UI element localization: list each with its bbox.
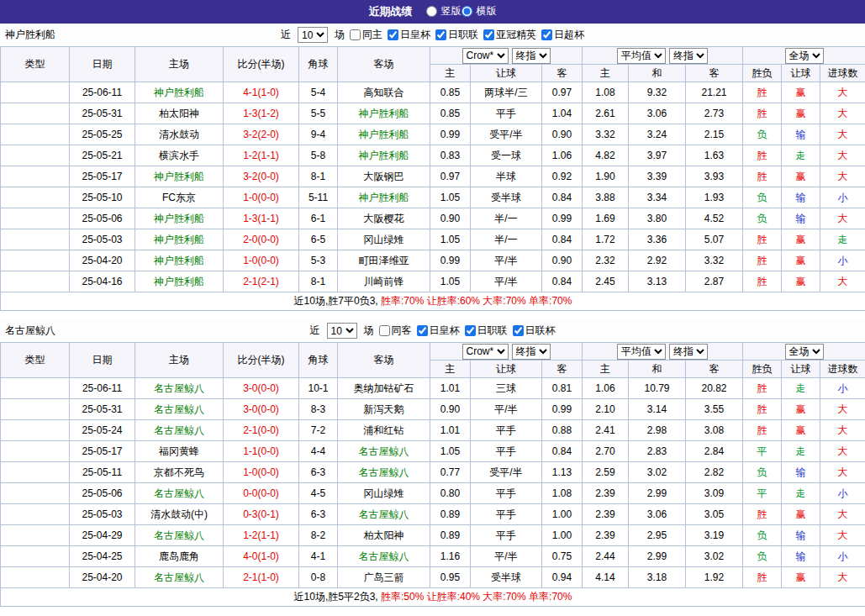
corner-cell: 6-3: [299, 462, 338, 483]
column-header: 比分(半场): [224, 343, 299, 378]
match-result-cell: 平: [743, 441, 782, 462]
filter-checkbox-input[interactable]: [350, 29, 361, 40]
layout-option[interactable]: 横版: [462, 4, 497, 18]
handicap-result-cell: 输: [782, 525, 820, 546]
filter-checkbox-input[interactable]: [513, 325, 524, 336]
filter-checkbox[interactable]: 日联杯: [513, 324, 556, 338]
corner-cell: 5-3: [299, 250, 338, 271]
handicap-cell: 半/一: [471, 208, 542, 229]
handicap-result-cell: 输: [782, 124, 820, 145]
handicap-cell: 平手: [471, 103, 542, 124]
odds-group-header: 平均值终指: [583, 47, 743, 65]
handicap-result-cell: 赢: [782, 271, 820, 292]
away-team-cell: 神户胜利船: [338, 187, 430, 208]
filter-checkbox-input[interactable]: [465, 325, 476, 336]
column-header: 比分(半场): [224, 47, 299, 82]
avg-away-cell: 2.73: [686, 103, 743, 124]
score-cell: 1-0(0-0): [224, 462, 299, 483]
home-team-cell: 鹿岛鹿角: [135, 546, 224, 567]
goals-result-cell: 大: [820, 208, 865, 229]
header-row-groups: 类型日期主场比分(半场)角球客场Crow*终指平均值终指全场: [1, 343, 865, 361]
home-team-cell: 名古屋鲸八: [135, 567, 224, 588]
filter-checkbox-input[interactable]: [541, 29, 552, 40]
final-index-select[interactable]: 终指: [512, 344, 551, 360]
filter-checkbox-input[interactable]: [379, 325, 390, 336]
full-match-select[interactable]: 全场: [785, 344, 824, 360]
recent-count-select[interactable]: 10: [327, 323, 357, 339]
odds-group-header: 全场: [743, 343, 865, 361]
handicap-result-cell: 走: [782, 378, 820, 399]
date-cell: 25-05-03: [70, 504, 135, 525]
competition-cell: 日职联: [1, 420, 70, 441]
filter-checkbox-input[interactable]: [483, 29, 494, 40]
handicap-result-cell: 走: [782, 483, 820, 504]
layout-option[interactable]: 竖版: [426, 4, 462, 18]
filter-checkbox[interactable]: 同主: [350, 28, 382, 42]
score-cell: 4-1(1-0): [224, 82, 299, 103]
corner-cell: 4-1: [299, 546, 338, 567]
sub-column-header: 让球: [471, 65, 542, 82]
summary-stats: 胜率:50% 让胜率:40% 大率:70% 单率:70%: [381, 591, 572, 603]
crow-company-select[interactable]: Crow*: [462, 344, 509, 360]
avg-home-cell: 2.44: [583, 546, 629, 567]
filter-checkbox-input[interactable]: [417, 325, 428, 336]
table-row: 日职联25-05-11京都不死鸟1-0(0-0)6-3名古屋鲸八0.77受平/半…: [1, 462, 865, 483]
avg-draw-cell: 3.24: [629, 124, 686, 145]
score-cell: 1-3(1-1): [224, 208, 299, 229]
filter-checkbox[interactable]: 日超杯: [541, 28, 584, 42]
handicap-result-cell: 赢: [782, 103, 820, 124]
sub-column-header: 胜负: [743, 361, 782, 378]
table-head: 类型日期主场比分(半场)角球客场Crow*终指平均值终指全场主让球客主和客胜负让…: [1, 47, 865, 82]
date-cell: 25-04-20: [70, 567, 135, 588]
date-cell: 25-05-21: [70, 145, 135, 166]
odds-away-cell: 0.84: [542, 187, 583, 208]
away-team-cell: 町田泽维亚: [338, 250, 430, 271]
filter-checkbox[interactable]: 日职联: [465, 324, 508, 338]
full-match-select[interactable]: 全场: [785, 48, 824, 64]
average-odds-select[interactable]: 平均值: [617, 48, 666, 64]
table-row: 日职联25-04-16神户胜利船2-1(2-1)8-1川崎前锋1.05平/半0.…: [1, 271, 865, 292]
filter-checkbox[interactable]: 日皇杯: [388, 28, 430, 42]
games-label: 场: [335, 28, 345, 42]
layout-radio[interactable]: [426, 6, 437, 17]
filter-checkbox[interactable]: 日职联: [435, 28, 478, 42]
layout-radio[interactable]: [462, 6, 472, 17]
avg-home-cell: 4.82: [583, 145, 629, 166]
crow-company-select[interactable]: Crow*: [462, 48, 509, 64]
avg-away-cell: 3.55: [686, 399, 743, 420]
games-label: 场: [364, 324, 374, 338]
recent-label: 近: [310, 324, 320, 338]
competition-cell: 日职联: [1, 399, 70, 420]
avg-home-cell: 3.32: [583, 124, 629, 145]
final-index-select[interactable]: 终指: [669, 48, 708, 64]
handicap-cell: 两球半/三: [471, 82, 542, 103]
recent-label: 近: [281, 28, 291, 42]
odds-home-cell: 1.05: [430, 441, 471, 462]
odds-home-cell: 0.99: [430, 250, 471, 271]
recent-count-select[interactable]: 10: [298, 27, 328, 43]
home-team-cell: 横滨水手: [135, 145, 224, 166]
filter-checkbox[interactable]: 同客: [379, 324, 412, 338]
summary-cell: 近10场,胜5平2负3, 胜率:50% 让胜率:40% 大率:70% 单率:70…: [1, 588, 865, 607]
final-index-select[interactable]: 终指: [512, 48, 551, 64]
avg-home-cell: 1.69: [583, 208, 629, 229]
filter-checkbox-input[interactable]: [435, 29, 446, 40]
sub-column-header: 让球: [471, 361, 542, 378]
odds-away-cell: 0.84: [542, 229, 583, 250]
filter-checkbox[interactable]: 日皇杯: [417, 324, 460, 338]
away-team-cell: 大阪樱花: [338, 208, 430, 229]
table-head: 类型日期主场比分(半场)角球客场Crow*终指平均值终指全场主让球客主和客胜负让…: [1, 343, 865, 378]
corner-cell: 0-8: [299, 567, 338, 588]
filter-checkbox[interactable]: 亚冠精英: [483, 28, 536, 42]
handicap-cell: 平/半: [471, 271, 542, 292]
date-cell: 25-04-16: [70, 271, 135, 292]
filter-checkbox-input[interactable]: [388, 29, 398, 40]
average-odds-select[interactable]: 平均值: [617, 344, 666, 360]
match-result-cell: 胜: [743, 567, 782, 588]
corner-cell: 8-3: [299, 399, 338, 420]
odds-away-cell: 0.84: [542, 441, 583, 462]
odds-home-cell: 1.05: [430, 187, 471, 208]
final-index-select[interactable]: 终指: [669, 344, 708, 360]
sub-column-header: 客: [686, 65, 743, 82]
odds-away-cell: 0.90: [542, 250, 583, 271]
